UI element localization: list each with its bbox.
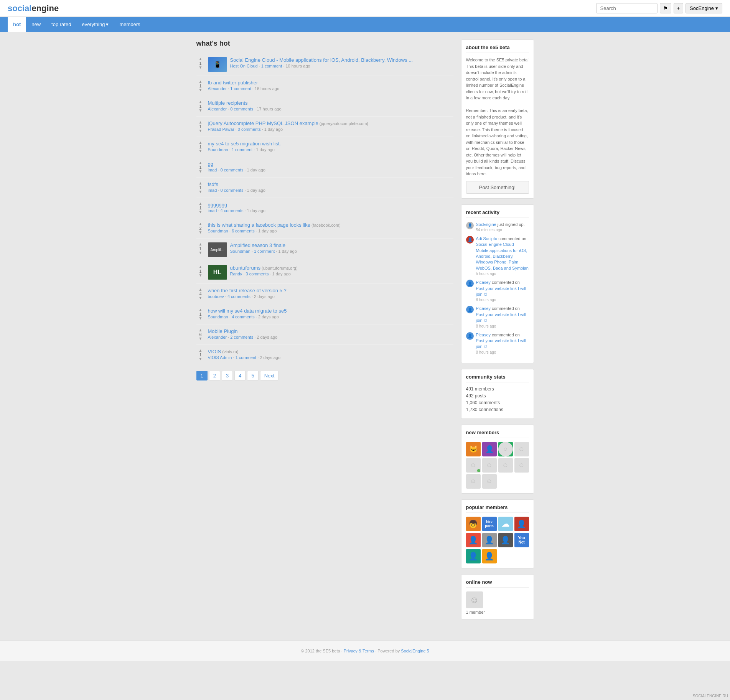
popular-member-1[interactable]: 👦 — [466, 517, 481, 531]
page-next[interactable]: Next — [260, 371, 279, 380]
upvote-button[interactable]: ▲ — [199, 308, 203, 312]
new-member-6[interactable]: ☺ — [482, 458, 497, 473]
upvote-button[interactable]: ▲ — [199, 242, 203, 246]
popular-member-2[interactable]: hireports — [482, 517, 497, 531]
post-title[interactable]: this is what sharing a facebook page loo… — [208, 222, 310, 228]
post-author[interactable]: Host On Cloud — [230, 64, 258, 68]
post-title[interactable]: jQuery Autocomplete PHP MySQL JSON examp… — [208, 120, 318, 126]
upvote-button[interactable]: ▲ — [199, 100, 203, 104]
post-title[interactable]: ubuntuforums — [230, 265, 261, 271]
footer-engine-link[interactable]: SocialEngine 5 — [401, 649, 429, 653]
post-title[interactable]: how will my se4 data migrate to se5 — [208, 308, 287, 314]
new-member-1[interactable]: 🐱 — [466, 442, 481, 456]
online-member-1[interactable]: ☺ — [466, 591, 483, 608]
page-4[interactable]: 4 — [234, 371, 246, 380]
new-member-2[interactable]: 👤 — [482, 442, 497, 456]
popular-member-6[interactable]: 👤 — [482, 533, 497, 547]
post-comments[interactable]: 4 comments — [221, 208, 244, 213]
new-member-9[interactable]: ☺ — [466, 474, 481, 489]
post-comments[interactable]: 2 comments — [230, 335, 253, 339]
flag-button[interactable]: ⚑ — [660, 3, 671, 13]
nav-item-everything[interactable]: everything ▾ — [76, 17, 114, 32]
downvote-button[interactable]: ▼ — [199, 337, 203, 341]
post-author[interactable]: Soundman — [208, 229, 228, 233]
post-thumb[interactable]: HL — [208, 265, 227, 280]
post-title[interactable]: fb and twitter publisher — [208, 80, 258, 86]
downvote-button[interactable]: ▼ — [199, 357, 203, 361]
downvote-button[interactable]: ▼ — [199, 149, 203, 153]
downvote-button[interactable]: ▼ — [199, 316, 203, 320]
downvote-button[interactable]: ▼ — [199, 129, 203, 133]
activity-link[interactable]: Post your website link I will join it! — [476, 312, 526, 323]
activity-user[interactable]: Picasey — [476, 333, 491, 337]
upvote-button[interactable]: ▲ — [199, 80, 203, 84]
plus-button[interactable]: + — [674, 3, 684, 13]
nav-item-new[interactable]: new — [26, 17, 46, 32]
page-1[interactable]: 1 — [196, 371, 208, 380]
post-title[interactable]: Multiple recipients — [208, 100, 248, 106]
upvote-button[interactable]: ▲ — [199, 265, 203, 269]
post-comments[interactable]: 1 comment — [230, 86, 251, 91]
post-comments[interactable]: 6 comments — [232, 229, 255, 233]
post-comments[interactable]: 0 comments — [238, 127, 261, 132]
downvote-button[interactable]: ▼ — [199, 88, 203, 92]
post-comments[interactable]: 1 comment — [232, 147, 252, 152]
popular-member-10[interactable]: 👤 — [482, 549, 497, 563]
post-comments[interactable]: 1 comment — [254, 249, 275, 254]
upvote-button[interactable]: ▲ — [199, 161, 203, 165]
popular-member-9[interactable]: 👤 — [466, 549, 481, 563]
activity-user[interactable]: Picasey — [476, 306, 491, 311]
post-title[interactable]: Amplified season 3 finale — [230, 242, 286, 248]
activity-user[interactable]: Adi Sucipto — [476, 236, 498, 241]
post-author[interactable]: imad — [208, 168, 217, 172]
search-input[interactable] — [596, 3, 657, 13]
page-5[interactable]: 5 — [247, 371, 258, 380]
post-comments[interactable]: 1 comment — [261, 64, 282, 68]
new-member-8[interactable]: ☺ — [514, 458, 529, 473]
post-author[interactable]: imad — [208, 208, 217, 213]
post-title[interactable]: ggggggg — [208, 202, 227, 208]
post-title[interactable]: Mobile Plugin — [208, 328, 238, 334]
activity-link[interactable]: Social Engine Cloud - Mobile application… — [476, 242, 529, 270]
new-member-10[interactable]: ☺ — [482, 474, 497, 489]
upvote-button[interactable]: ▲ — [199, 349, 203, 352]
post-title[interactable]: gg — [208, 161, 213, 167]
post-something-button[interactable]: Post Something! — [466, 181, 529, 194]
activity-link[interactable]: Post your website link I will join it! — [476, 338, 526, 349]
post-comments[interactable]: 0 comments — [246, 272, 269, 276]
new-member-4[interactable]: ☺ — [514, 442, 529, 456]
downvote-button[interactable]: ▼ — [199, 170, 203, 173]
downvote-button[interactable]: ▼ — [199, 231, 203, 234]
nav-item-hot[interactable]: hot — [8, 17, 26, 32]
post-title[interactable]: VIOIS — [208, 349, 221, 354]
downvote-button[interactable]: ▼ — [199, 109, 203, 112]
footer-privacy-terms[interactable]: Privacy & Terms — [344, 649, 374, 653]
post-author[interactable]: VIOIS Admin — [208, 355, 232, 360]
post-title[interactable]: my se4 to se5 migration wish list. — [208, 141, 281, 147]
post-author[interactable]: Soundman — [208, 315, 228, 319]
upvote-button[interactable]: ▲ — [199, 328, 203, 332]
post-comments[interactable]: 4 comments — [227, 294, 250, 299]
downvote-button[interactable]: ▼ — [199, 251, 203, 255]
post-title[interactable]: when the first release of version 5 ? — [208, 288, 287, 293]
post-title[interactable]: Social Engine Cloud - Mobile application… — [230, 57, 413, 63]
upvote-button[interactable]: ▲ — [199, 141, 203, 145]
post-author[interactable]: Alexander — [208, 86, 227, 91]
upvote-button[interactable]: ▲ — [199, 120, 203, 124]
nav-item-members[interactable]: members — [114, 17, 145, 32]
post-author[interactable]: Randy — [230, 272, 242, 276]
activity-link[interactable]: Post your website link I will join it! — [476, 286, 526, 296]
post-comments[interactable]: 0 comments — [230, 107, 253, 111]
new-member-5[interactable]: ☺ — [466, 458, 481, 473]
post-comments[interactable]: 0 comments — [221, 168, 244, 172]
post-author[interactable]: boobuev — [208, 294, 224, 299]
upvote-button[interactable]: ▲ — [199, 288, 203, 292]
popular-member-8[interactable]: YouNet — [514, 533, 529, 547]
post-author[interactable]: Alexander — [208, 107, 227, 111]
post-comments[interactable]: 0 comments — [221, 188, 244, 193]
upvote-button[interactable]: ▲ — [199, 202, 203, 206]
post-author[interactable]: Soundman — [208, 147, 228, 152]
post-author[interactable]: imad — [208, 188, 217, 193]
page-3[interactable]: 3 — [222, 371, 233, 380]
downvote-button[interactable]: ▼ — [199, 210, 203, 214]
